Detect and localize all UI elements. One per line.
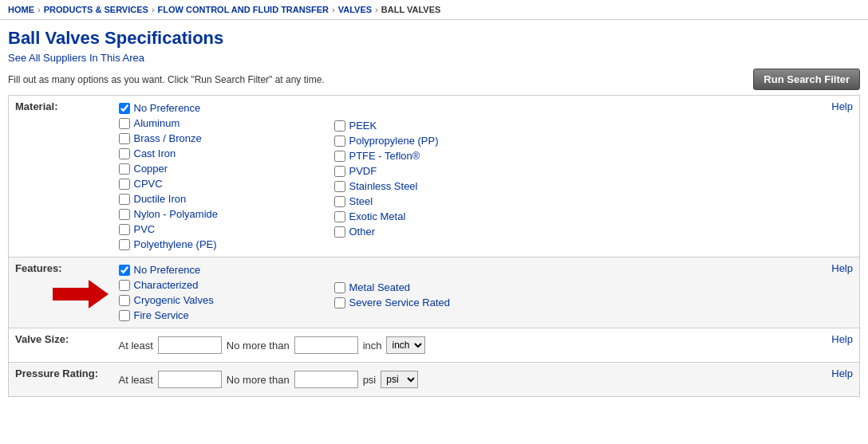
- feat-no-pref-label[interactable]: No Preference: [134, 264, 201, 276]
- mat-stainless: Stainless Steel: [334, 179, 542, 194]
- valve-size-unit-select[interactable]: inch mm cm: [386, 336, 425, 354]
- pressure-help-link[interactable]: Help: [831, 367, 853, 379]
- features-checkbox-grid: No Preference Characterized Cryogenic Va…: [119, 262, 806, 323]
- mat-pvc-label[interactable]: PVC: [134, 223, 156, 235]
- mat-aluminum-label[interactable]: Aluminum: [134, 117, 180, 129]
- run-search-button[interactable]: Run Search Filter: [753, 69, 860, 90]
- mat-polyethylene-label[interactable]: Polyethylene (PE): [134, 238, 217, 250]
- material-col2: PEEK Polypropylene (PP) PTFE - Teflon® P…: [334, 100, 542, 252]
- mat-pvdf: PVDF: [334, 163, 542, 179]
- feat-severe-service-label[interactable]: Severe Service Rated: [349, 297, 450, 308]
- mat-ductile-checkbox[interactable]: [119, 194, 130, 205]
- mat-stainless-checkbox[interactable]: [334, 181, 345, 192]
- pressure-min-input[interactable]: [158, 371, 222, 388]
- feat-fire-service-checkbox[interactable]: [119, 310, 130, 321]
- header-row: Fill out as many options as you want. Cl…: [0, 67, 868, 95]
- feat-cryogenic-checkbox[interactable]: [119, 295, 130, 306]
- mat-copper-checkbox[interactable]: [119, 163, 130, 175]
- mat-ptfe: PTFE - Teflon®: [334, 148, 542, 163]
- mat-cpvc-checkbox[interactable]: [119, 179, 130, 190]
- pressure-help: Help: [812, 363, 860, 397]
- mat-ptfe-checkbox[interactable]: [334, 151, 345, 162]
- pressure-unit-label: psi: [363, 374, 377, 386]
- feat-characterized-checkbox[interactable]: [119, 280, 130, 291]
- mat-ductile: Ductile Iron: [119, 191, 326, 206]
- feat-characterized: Characterized: [119, 277, 326, 293]
- mat-brass-label[interactable]: Brass / Bronze: [134, 132, 202, 144]
- pressure-unit-select[interactable]: psi bar kPa: [381, 371, 418, 388]
- feat-metal-seated-checkbox[interactable]: [334, 282, 345, 293]
- pressure-at-least-label: At least: [119, 374, 153, 386]
- mat-polyethylene-checkbox[interactable]: [119, 239, 130, 250]
- mat-other-checkbox[interactable]: [334, 226, 345, 238]
- mat-copper-label[interactable]: Copper: [134, 163, 168, 175]
- pressure-max-input[interactable]: [294, 371, 358, 388]
- mat-pvdf-checkbox[interactable]: [334, 166, 345, 177]
- mat-cast-iron-label[interactable]: Cast Iron: [134, 147, 176, 159]
- mat-brass-checkbox[interactable]: [119, 133, 130, 144]
- valve-size-help-link[interactable]: Help: [831, 333, 853, 345]
- mat-nylon: Nylon - Polyamide: [119, 206, 326, 222]
- feat-no-pref-checkbox[interactable]: [119, 265, 130, 276]
- mat-steel-checkbox[interactable]: [334, 196, 345, 207]
- mat-peek: PEEK: [334, 118, 542, 133]
- mat-stainless-label[interactable]: Stainless Steel: [349, 180, 418, 192]
- breadcrumb-sep-2: ›: [152, 5, 155, 14]
- features-help: Help: [812, 257, 860, 328]
- feat-characterized-label[interactable]: Characterized: [134, 279, 199, 291]
- mat-nylon-checkbox[interactable]: [119, 209, 130, 220]
- mat-exotic-checkbox[interactable]: [334, 211, 345, 222]
- mat-cast-iron-checkbox[interactable]: [119, 148, 130, 159]
- feat-severe-service: Severe Service Rated: [334, 295, 542, 310]
- mat-pvdf-label[interactable]: PVDF: [349, 165, 377, 177]
- mat-exotic-label[interactable]: Exotic Metal: [349, 210, 406, 222]
- mat-polypropylene-checkbox[interactable]: [334, 136, 345, 147]
- specs-table: Material: No Preference Aluminum Brass /: [8, 95, 860, 397]
- mat-other-label[interactable]: Other: [349, 226, 376, 238]
- see-all-suppliers-link[interactable]: See All Suppliers In This Area: [8, 52, 144, 64]
- mat-aluminum: Aluminum: [119, 116, 326, 131]
- features-help-link[interactable]: Help: [831, 262, 853, 274]
- breadcrumb-sep-4: ›: [375, 5, 378, 14]
- mat-no-pref-label[interactable]: No Preference: [134, 102, 201, 114]
- valve-size-help: Help: [812, 328, 860, 363]
- valve-size-form: At least No more than inch inch mm cm: [119, 333, 806, 357]
- mat-polyethylene: Polyethylene (PE): [119, 237, 326, 252]
- mat-nylon-label[interactable]: Nylon - Polyamide: [134, 208, 219, 220]
- features-col2: Metal Seated Severe Service Rated: [334, 262, 542, 323]
- feat-severe-service-checkbox[interactable]: [334, 297, 345, 308]
- mat-ptfe-label[interactable]: PTFE - Teflon®: [349, 150, 420, 162]
- mat-aluminum-checkbox[interactable]: [119, 118, 130, 129]
- feat-fire-service-label[interactable]: Fire Service: [134, 309, 189, 321]
- valve-size-max-input[interactable]: [294, 336, 358, 354]
- mat-other: Other: [334, 224, 542, 239]
- breadcrumb-home[interactable]: HOME: [8, 5, 34, 14]
- mat-steel-label[interactable]: Steel: [349, 195, 373, 207]
- breadcrumb-products[interactable]: PRODUCTS & SERVICES: [44, 5, 148, 14]
- valve-size-min-input[interactable]: [158, 336, 222, 354]
- feat-cryogenic: Cryogenic Valves: [119, 293, 326, 308]
- valve-size-no-more-label: No more than: [227, 340, 290, 352]
- breadcrumb-flow-control[interactable]: FLOW CONTROL AND FLUID TRANSFER: [158, 5, 329, 14]
- material-help: Help: [812, 96, 860, 257]
- feat-metal-seated-label[interactable]: Metal Seated: [349, 281, 411, 293]
- pressure-no-more-label: No more than: [227, 374, 290, 386]
- mat-pvc-checkbox[interactable]: [119, 224, 130, 235]
- mat-ductile-label[interactable]: Ductile Iron: [134, 193, 187, 205]
- mat-no-pref-checkbox[interactable]: [119, 103, 130, 114]
- features-col1: No Preference Characterized Cryogenic Va…: [119, 262, 326, 323]
- breadcrumb-valves[interactable]: VALVES: [338, 5, 372, 14]
- mat-cpvc-label[interactable]: CPVC: [134, 178, 163, 190]
- feat-cryogenic-label[interactable]: Cryogenic Valves: [134, 294, 214, 306]
- mat-polypropylene-label[interactable]: Polypropylene (PP): [349, 135, 439, 147]
- pressure-content: At least No more than psi psi bar kPa: [112, 363, 812, 397]
- breadcrumb-sep-1: ›: [37, 5, 41, 14]
- page-title: Ball Valves Specifications: [8, 28, 860, 49]
- material-help-link[interactable]: Help: [831, 100, 853, 112]
- mat-copper: Copper: [119, 161, 326, 176]
- material-label: Material:: [9, 96, 112, 257]
- mat-peek-label[interactable]: PEEK: [349, 120, 377, 132]
- feat-metal-seated: Metal Seated: [334, 280, 542, 295]
- mat-peek-checkbox[interactable]: [334, 120, 345, 132]
- mat-cast-iron: Cast Iron: [119, 146, 326, 161]
